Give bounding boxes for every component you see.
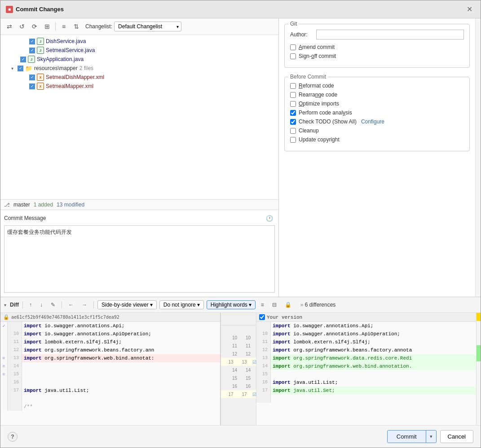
file-checkbox[interactable]: ✓ <box>20 57 26 62</box>
file-checkbox[interactable]: ✓ <box>29 48 35 53</box>
changelist-select[interactable]: Default Changelist <box>114 22 181 31</box>
mid-line: 1010 <box>221 334 256 342</box>
highlight-arrow-icon: ▾ <box>249 302 252 308</box>
line-content <box>22 395 220 403</box>
check-todo-checkbox[interactable] <box>290 119 296 125</box>
commit-button[interactable]: Commit <box>388 430 426 443</box>
commit-message-section: Commit Message 🕐 缓存套餐业务功能代码开发 <box>0 210 278 297</box>
line-content: import org.springframework.data.redis.co… <box>271 354 476 362</box>
list-item[interactable]: ▾ ✓ 📁 resources\mapper 2 files <box>0 64 278 73</box>
file-checkbox[interactable]: ✓ <box>29 39 35 44</box>
diff-settings-button[interactable]: ≡ <box>258 300 267 310</box>
before-commit-label: Before Commit <box>288 74 328 80</box>
line-content: import io.swagger.annotations.Api; <box>22 322 220 330</box>
diff-lock-button[interactable]: 🔒 <box>282 300 294 310</box>
list-item[interactable]: ✓ J SetmealService.java <box>0 46 278 55</box>
amend-commit-checkbox[interactable] <box>290 44 296 50</box>
amend-commit-label[interactable]: Amend commit <box>299 44 335 50</box>
line-number: 10 <box>8 330 22 338</box>
list-item[interactable]: ✓ X SetmealDishMapper.xml <box>0 73 278 82</box>
diff-prev-button[interactable]: ↑ <box>26 300 35 310</box>
line-content <box>271 395 476 403</box>
commit-message-history-button[interactable]: 🕐 <box>264 213 275 224</box>
rearrange-code-label[interactable]: Rearrange code <box>299 92 337 98</box>
diff-change-indicator <box>477 313 481 321</box>
xml-file-icon: X <box>37 74 44 81</box>
sort-button[interactable]: ⇅ <box>71 21 82 32</box>
xml-file-icon: X <box>37 83 44 90</box>
line-content: import java.util.List; <box>22 387 220 395</box>
update-copyright-checkbox[interactable] <box>290 137 296 143</box>
perform-analysis-label[interactable]: Perform code analysis <box>299 110 352 116</box>
line-content: import io.swagger.annotations.Api; <box>271 322 476 330</box>
configure-link[interactable]: Configure <box>361 119 384 125</box>
signoff-commit-label[interactable]: Sign-off commit <box>299 53 336 59</box>
diff-edit-button[interactable]: ✎ <box>48 300 58 310</box>
cancel-button[interactable]: Cancel <box>440 430 473 443</box>
diff-back-button[interactable]: ← <box>66 300 76 310</box>
diff-next-button[interactable]: ↓ <box>37 300 45 310</box>
line-content: import lombok.extern.slf4j.Slf4j; <box>22 338 220 346</box>
edge-lines: ≡ <box>2 356 5 361</box>
list-item[interactable]: ✓ J SkyApplication.java <box>0 55 278 64</box>
refresh-button[interactable]: ⟳ <box>29 21 40 32</box>
right-checkbox[interactable] <box>259 314 265 320</box>
file-checkbox[interactable]: ✓ <box>29 75 35 80</box>
commit-message-input[interactable]: 缓存套餐业务功能代码开发 <box>4 225 275 293</box>
reformat-code-checkbox[interactable] <box>290 83 296 89</box>
collapse-diff-icon[interactable]: ▾ <box>4 303 6 307</box>
optimize-imports-checkbox[interactable] <box>290 101 296 107</box>
rearrange-code-checkbox[interactable] <box>290 92 296 98</box>
collapse-button[interactable]: ≡ <box>58 21 69 32</box>
diff-right-edge <box>476 313 481 425</box>
diff-forward-button[interactable]: → <box>79 300 90 310</box>
ignore-selector[interactable]: Do not ignore ▾ <box>159 300 204 309</box>
left-panel: ⇄ ↺ ⟳ ⊞ ≡ ⇅ Changelist: Default Changeli… <box>0 18 279 297</box>
changelist-selector[interactable]: Default Changelist <box>114 22 181 31</box>
diff-right-header: Your version <box>256 313 476 322</box>
help-button[interactable]: ? <box>8 432 18 442</box>
diff-line: 13 import org.springframework.data.redis… <box>256 354 476 362</box>
perform-analysis-checkbox[interactable] <box>290 110 296 116</box>
your-version-label: Your version <box>267 315 302 320</box>
toolbar: ⇄ ↺ ⟳ ⊞ ≡ ⇅ Changelist: Default Changeli… <box>0 18 278 35</box>
expand-all-button[interactable]: ⇄ <box>4 21 15 32</box>
line-number: 12 <box>8 346 22 354</box>
list-item[interactable]: ✓ J DishService.java <box>0 37 278 46</box>
diff-middle-lines: 1010 1111 1212 1313 ☑ 1414 1515 1616 171… <box>221 325 256 406</box>
highlight-selector[interactable]: Highlight words ▾ <box>207 300 256 309</box>
diff-line: /** <box>0 403 220 411</box>
author-label: Author: <box>290 31 313 38</box>
commit-dropdown-button[interactable]: ▾ <box>426 431 436 442</box>
folder-checkbox[interactable]: ✓ <box>18 66 23 71</box>
undo-button[interactable]: ↺ <box>17 21 27 32</box>
diff-line: import io.swagger.annotations.Api; <box>256 322 476 330</box>
cleanup-checkbox[interactable] <box>290 128 296 134</box>
group-button[interactable]: ⊞ <box>42 21 53 32</box>
author-input[interactable] <box>316 30 464 40</box>
cleanup-label[interactable]: Cleanup <box>299 127 319 134</box>
viewer-selector[interactable]: Side-by-side viewer ▾ <box>97 300 157 309</box>
diff-line: 14 import org.springframework.web.bind.a… <box>256 362 476 370</box>
file-checkbox[interactable]: ✓ <box>29 83 35 89</box>
right-scrollbar[interactable] <box>475 18 481 297</box>
diff-view-toggle-button[interactable]: ⊟ <box>269 300 279 310</box>
update-copyright-label[interactable]: Update copyright <box>299 136 340 143</box>
list-item[interactable]: ✓ X SetmealMapper.xml <box>0 82 278 91</box>
check-todo-label[interactable]: Check TODO (Show All) <box>299 119 357 125</box>
diff-line: 15 <box>256 370 476 378</box>
check-mark: ✓ <box>2 323 5 329</box>
dialog-window: ■ Commit Changes ✕ ⇄ ↺ ⟳ ⊞ ≡ ⇅ Changelis… <box>0 0 481 448</box>
mid-line: 1414 <box>221 366 256 374</box>
diff-left-panel: 🔒 ae61cf52b9f469e746780a1411e3cf1f5c7dea… <box>0 313 221 425</box>
close-button[interactable]: ✕ <box>464 4 475 14</box>
optimize-imports-label[interactable]: Optimize imports <box>299 101 339 107</box>
reformat-code-label[interactable]: Reformat code <box>299 83 334 89</box>
signoff-commit-checkbox[interactable] <box>290 53 296 59</box>
mid-line: 1717 ☑ <box>221 390 256 398</box>
git-section-label: Git <box>288 21 299 27</box>
diff-right-lines: import io.swagger.annotations.Api; 10 im… <box>256 322 476 422</box>
before-commit-section: Before Commit Reformat code Rearrange co… <box>284 77 470 151</box>
dialog-title: Commit Changes <box>16 6 64 13</box>
expand-arrow[interactable]: ▾ <box>11 66 17 71</box>
